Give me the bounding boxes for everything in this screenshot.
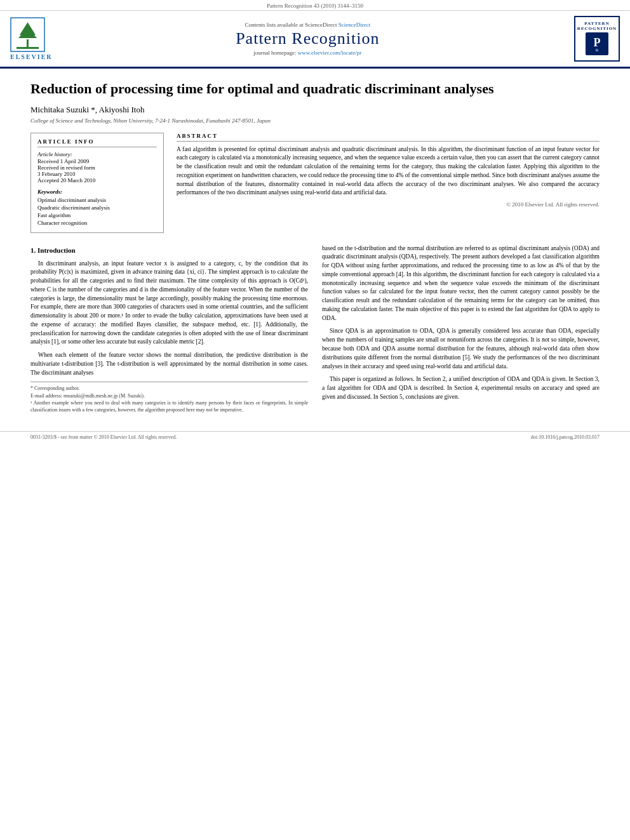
- body-right-para1: based on the t-distribution and the norm…: [322, 244, 600, 323]
- abstract-text: A fast algorithm is presented for optima…: [177, 145, 600, 198]
- keyword-2: Quadratic discriminant analysis: [37, 204, 157, 211]
- logo-text-top: PATTERN RECOGNITION: [577, 21, 617, 32]
- abstract-title: ABSTRACT: [177, 133, 600, 142]
- journal-citation: Pattern Recognition 43 (2010) 3144–3150: [267, 3, 363, 9]
- article-authors: Michitaka Suzuki *, Akiyoshi Itoh: [30, 105, 600, 115]
- elsevier-logo: ELSEVIER: [10, 17, 53, 60]
- body-right-para3: This paper is organized as follows. In S…: [322, 375, 600, 401]
- intro-para1: In discriminant analysis, an input featu…: [30, 260, 308, 347]
- doi-text: doi:10.1016/j.patcog.2010.03.017: [531, 434, 600, 440]
- footnote-1: ¹ Another example where you need to deal…: [30, 399, 308, 413]
- contents-line: Contents lists available at ScienceDirec…: [53, 22, 563, 28]
- issn-text: 0031-3203/$ - see front matter © 2010 El…: [30, 434, 177, 440]
- body-right-para2: Since QDA is an approximation to ODA, QD…: [322, 327, 600, 371]
- keyword-3: Fast algorithm: [37, 212, 157, 218]
- footnote-star: * Corresponding author.: [30, 385, 308, 392]
- homepage-line: journal homepage: www.elsevier.com/locat…: [53, 50, 563, 56]
- elsevier-tree-icon: [10, 17, 45, 52]
- abstract-column: ABSTRACT A fast algorithm is presented f…: [177, 133, 600, 233]
- keywords-label: Keywords:: [37, 189, 157, 195]
- article-info-abstract: ARTICLE INFO Article history: Received 1…: [30, 133, 600, 233]
- keyword-4: Character recognition: [37, 220, 157, 226]
- abstract-box: ABSTRACT A fast algorithm is presented f…: [177, 133, 600, 208]
- svg-text:R: R: [596, 48, 599, 53]
- received-date: Received 1 April 2009: [37, 158, 157, 164]
- top-bar: Pattern Recognition 43 (2010) 3144–3150: [0, 0, 630, 11]
- article-title: Reduction of processing time for optimal…: [30, 80, 600, 98]
- body-col-right: based on the t-distribution and the norm…: [322, 244, 600, 414]
- article-info-title: ARTICLE INFO: [37, 138, 157, 147]
- pattern-logo-box: PATTERN RECOGNITION P R: [574, 16, 620, 62]
- elsevier-wordmark: ELSEVIER: [10, 53, 53, 60]
- article-affiliation: College of Science and Technology, Nihon…: [30, 117, 600, 124]
- revised-date: 3 February 2010: [37, 171, 157, 177]
- history-label: Article history:: [37, 151, 157, 157]
- svg-rect-2: [27, 39, 29, 47]
- copyright-line: © 2010 Elsevier Ltd. All rights reserved…: [177, 201, 600, 208]
- homepage-link[interactable]: www.elsevier.com/locate/pr: [298, 50, 361, 56]
- journal-title: Pattern Recognition: [53, 29, 563, 48]
- journal-center-block: Contents lists available at ScienceDirec…: [53, 22, 563, 56]
- article-history: Article history: Received 1 April 2009 R…: [37, 151, 157, 183]
- intro-para2: When each element of the feature vector …: [30, 351, 308, 377]
- bottom-bar: 0031-3203/$ - see front matter © 2010 El…: [0, 431, 630, 440]
- intro-heading: 1. Introduction: [30, 246, 308, 256]
- body-col-left: 1. Introduction In discriminant analysis…: [30, 244, 308, 414]
- info-box: ARTICLE INFO Article history: Received 1…: [30, 133, 164, 233]
- footnote-email: E-mail address: msuzuki@mdh.mesh.ne.jp (…: [30, 392, 308, 399]
- footnote-divider: * Corresponding author. E-mail address: …: [30, 382, 308, 413]
- main-content: Reduction of processing time for optimal…: [0, 69, 630, 425]
- svg-rect-5: [17, 47, 39, 49]
- accepted-date: Accepted 20 March 2010: [37, 177, 157, 183]
- keyword-1: Optimal discriminant analysis: [37, 197, 157, 203]
- article-info-column: ARTICLE INFO Article history: Received 1…: [30, 133, 164, 233]
- pattern-recognition-logo: PATTERN RECOGNITION P R: [563, 16, 620, 62]
- body-content: 1. Introduction In discriminant analysis…: [30, 244, 600, 414]
- journal-header: ELSEVIER Contents lists available at Sci…: [0, 11, 630, 69]
- keywords-section: Keywords: Optimal discriminant analysis …: [37, 189, 157, 226]
- svg-text:P: P: [594, 36, 601, 49]
- pattern-emblem-icon: P R: [586, 32, 608, 55]
- history-dates: Received 1 April 2009 Received in revise…: [37, 158, 157, 183]
- revised-label: Received in revised form: [37, 164, 157, 171]
- sciencedirect-link[interactable]: ScienceDirect: [338, 22, 370, 28]
